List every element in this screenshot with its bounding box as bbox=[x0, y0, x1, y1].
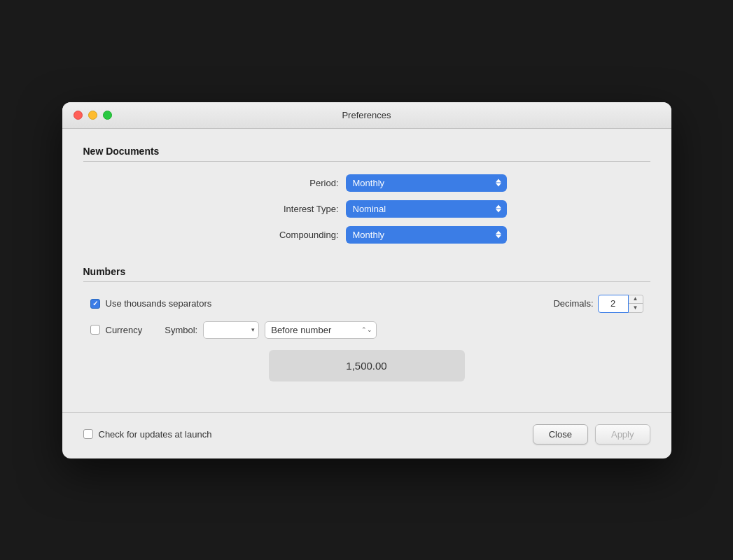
position-select[interactable]: Before number After number bbox=[265, 321, 377, 339]
period-row: Period: Monthly Weekly Daily Annual bbox=[83, 174, 650, 192]
period-label: Period: bbox=[227, 178, 339, 188]
new-documents-header: New Documents bbox=[83, 146, 650, 157]
minimize-window-button[interactable] bbox=[88, 111, 97, 120]
decimals-label: Decimals: bbox=[553, 298, 593, 309]
thousands-label-text: Use thousands separators bbox=[106, 298, 212, 309]
period-select[interactable]: Monthly Weekly Daily Annual bbox=[346, 174, 507, 192]
currency-checkbox[interactable] bbox=[90, 325, 100, 335]
interest-type-select[interactable]: Nominal Effective bbox=[346, 200, 507, 218]
numbers-header: Numbers bbox=[83, 266, 650, 277]
maximize-window-button[interactable] bbox=[103, 111, 112, 120]
check-updates-text: Check for updates at launch bbox=[99, 429, 212, 440]
position-select-wrapper: Before number After number ⌃⌄ bbox=[265, 321, 377, 339]
decimals-input-wrapper: ▲ ▼ bbox=[598, 295, 643, 313]
symbol-label: Symbol: bbox=[165, 325, 197, 335]
symbol-select[interactable]: $ € £ bbox=[203, 321, 259, 339]
thousands-checkbox[interactable]: ✓ bbox=[90, 299, 100, 309]
decimals-group: Decimals: ▲ ▼ bbox=[553, 295, 643, 313]
numbers-divider bbox=[83, 281, 650, 282]
title-bar: Preferences bbox=[62, 102, 671, 129]
footer: Check for updates at launch Close Apply bbox=[62, 412, 671, 458]
compounding-select-wrapper: Monthly Weekly Daily Annual bbox=[346, 226, 507, 244]
decimals-increment-button[interactable]: ▲ bbox=[629, 295, 643, 304]
preview-box: 1,500.00 bbox=[269, 350, 465, 382]
thousands-checkbox-label[interactable]: ✓ Use thousands separators bbox=[90, 298, 212, 309]
symbol-select-wrapper: $ € £ ▾ bbox=[203, 321, 259, 339]
preferences-window: Preferences New Documents Period: Monthl… bbox=[62, 102, 671, 458]
currency-checkbox-label[interactable]: Currency bbox=[90, 325, 143, 335]
apply-button[interactable]: Apply bbox=[595, 424, 650, 444]
decimals-input[interactable] bbox=[598, 295, 629, 313]
interest-type-label: Interest Type: bbox=[227, 204, 339, 214]
currency-label-text: Currency bbox=[106, 325, 143, 335]
symbol-group: Symbol: $ € £ ▾ Before number A bbox=[165, 321, 377, 339]
window-content: New Documents Period: Monthly Weekly Dai… bbox=[62, 129, 671, 412]
compounding-row: Compounding: Monthly Weekly Daily Annual bbox=[83, 226, 650, 244]
thousands-row: ✓ Use thousands separators Decimals: ▲ ▼ bbox=[83, 295, 650, 313]
interest-type-select-wrapper: Nominal Effective bbox=[346, 200, 507, 218]
check-updates-label[interactable]: Check for updates at launch bbox=[83, 429, 212, 440]
decimals-decrement-button[interactable]: ▼ bbox=[629, 304, 643, 312]
currency-row: Currency Symbol: $ € £ ▾ bbox=[83, 321, 650, 339]
compounding-label: Compounding: bbox=[227, 230, 339, 240]
check-updates-checkbox[interactable] bbox=[83, 429, 93, 439]
traffic-lights bbox=[74, 111, 112, 120]
close-button[interactable]: Close bbox=[533, 424, 588, 444]
new-documents-divider bbox=[83, 161, 650, 162]
numbers-section: Numbers ✓ Use thousands separators Decim… bbox=[83, 266, 650, 382]
window-title: Preferences bbox=[342, 110, 391, 120]
interest-type-row: Interest Type: Nominal Effective bbox=[83, 200, 650, 218]
period-select-wrapper: Monthly Weekly Daily Annual bbox=[346, 174, 507, 192]
compounding-select[interactable]: Monthly Weekly Daily Annual bbox=[346, 226, 507, 244]
new-documents-section: New Documents Period: Monthly Weekly Dai… bbox=[83, 146, 650, 244]
decimals-spinner: ▲ ▼ bbox=[629, 295, 643, 313]
checkmark-icon: ✓ bbox=[92, 300, 98, 307]
footer-buttons: Close Apply bbox=[533, 424, 650, 444]
close-window-button[interactable] bbox=[74, 111, 83, 120]
